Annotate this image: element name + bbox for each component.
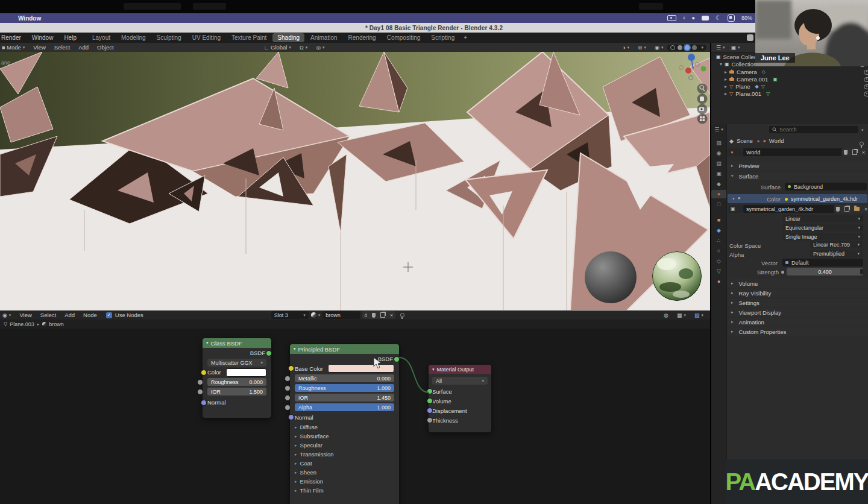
tab-constraints[interactable]: ◇ (711, 257, 726, 265)
color-space-dropdown[interactable]: Linear Rec.709▾ (810, 241, 863, 248)
source-dropdown[interactable]: Single Image▾ (782, 233, 863, 241)
ior-slider[interactable]: IOR1.450 (295, 394, 394, 402)
section-custom-properties[interactable]: ▸Custom Properties (728, 327, 868, 336)
decorator-dot[interactable] (860, 225, 863, 230)
alpha-dropdown[interactable]: Premultiplied▾ (810, 250, 863, 257)
grid-button[interactable] (697, 114, 708, 124)
strength-slider[interactable]: 0.400 (787, 268, 863, 276)
shader-snap-dropdown[interactable]: ▦▾ (673, 312, 690, 318)
topbar-status-icon[interactable] (747, 34, 753, 41)
tab-modifiers[interactable]: ◆ (711, 226, 726, 235)
editor-type-icon[interactable]: ☰▾ (711, 125, 726, 134)
tab-physics[interactable]: ○ (711, 247, 726, 255)
shader-menu-node[interactable]: Node (79, 312, 101, 318)
overlays-dropdown[interactable]: ◉▾ (650, 45, 667, 51)
hide-icon[interactable] (864, 70, 868, 75)
image-fake-user-icon[interactable] (834, 205, 842, 213)
viewport-menu-view[interactable]: View (29, 44, 49, 51)
breadcrumb-scene[interactable]: Scene (737, 137, 753, 144)
use-nodes-toggle[interactable]: ✓ Use Nodes (106, 312, 143, 318)
hide-icon[interactable] (864, 92, 868, 96)
tab-sculpting[interactable]: Sculpting (152, 33, 186, 42)
glass-ior-slider[interactable]: IOR1.500 (207, 388, 266, 395)
color-value[interactable]: symmetrical_garden_4k.hdr (785, 196, 858, 202)
section-viewport-display[interactable]: ▸Viewport Display (728, 308, 868, 317)
visibility-dropdown[interactable]: ◑▾ (618, 45, 634, 51)
image-open-icon[interactable] (852, 205, 862, 213)
projection-dropdown[interactable]: Equirectangular▾ (782, 224, 863, 232)
panel-diffuse[interactable]: ▸Diffuse (295, 423, 394, 432)
output-target-dropdown[interactable]: All▾ (432, 377, 488, 385)
glass-roughness-socket[interactable] (197, 379, 203, 385)
add-workspace-button[interactable]: + (460, 33, 471, 42)
tab-data[interactable]: ▽ (711, 267, 726, 276)
tab-scripting[interactable]: Scripting (426, 33, 459, 42)
thickness-input-socket[interactable] (427, 417, 433, 423)
metallic-slider[interactable]: Metallic0.000 (295, 374, 394, 382)
image-name-field[interactable]: symmetrical_garden_4k.hdr (743, 205, 838, 213)
tab-uv-editing[interactable]: UV Editing (187, 33, 225, 42)
tab-compositing[interactable]: Compositing (382, 33, 426, 42)
tab-shading[interactable]: Shading (272, 33, 304, 42)
tab-animation[interactable]: Animation (306, 33, 342, 42)
viewport-menu-select[interactable]: Select (50, 44, 74, 51)
menubar-window-menu[interactable]: Window (18, 15, 41, 22)
world-duplicate-icon[interactable] (850, 148, 860, 156)
gizmo-x-axis[interactable] (685, 68, 691, 74)
glass-bsdf-output-socket[interactable] (266, 350, 272, 356)
tab-particles[interactable]: ∴ (711, 236, 726, 245)
gizmo-y-axis[interactable] (701, 66, 706, 72)
image-unlink-icon[interactable]: × (862, 205, 868, 213)
moon-icon[interactable]: ☾ (715, 15, 721, 21)
menu-window[interactable]: Window (27, 34, 59, 41)
gizmos-dropdown[interactable]: ⊕▾ (634, 45, 650, 51)
hide-icon[interactable] (864, 77, 868, 82)
glass-distribution-dropdown[interactable]: Multiscatter GGX▾ (207, 359, 266, 367)
surface-value-field[interactable]: Background (785, 183, 867, 191)
viewport-canvas[interactable]: ane (0, 52, 710, 310)
panel-emission[interactable]: ▸Emission (295, 477, 394, 486)
properties-filter-dropdown[interactable]: ▾ (861, 128, 864, 133)
fake-user-shield-icon[interactable] (370, 311, 378, 319)
tab-modeling[interactable]: Modeling (116, 33, 151, 42)
tab-world[interactable]: ● (711, 190, 726, 198)
panel-thin-film[interactable]: ▸Thin Film (295, 486, 394, 495)
shader-menu-add[interactable]: Add (60, 312, 79, 318)
status-circle-icon[interactable]: ● (692, 16, 695, 21)
principled-bsdf-output-socket[interactable] (394, 356, 400, 362)
displacement-input-socket[interactable] (427, 408, 433, 414)
roughness-slider[interactable]: Roughness1.000 (295, 384, 394, 392)
outliner-row-plane-001[interactable]: ▸▽Plane.001 ▽ (711, 90, 868, 98)
viewport-menu-add[interactable]: Add (74, 44, 93, 51)
shader-overlay-icon[interactable]: ◍ (659, 312, 673, 318)
material-users-count[interactable]: 4 (362, 311, 370, 319)
zoom-button[interactable] (697, 84, 708, 94)
tab-render[interactable]: ◉ (711, 149, 726, 157)
roughness-socket[interactable] (285, 385, 291, 391)
tab-texture-paint[interactable]: Texture Paint (227, 33, 271, 42)
tab-collection[interactable]: □ (711, 200, 726, 209)
section-volume[interactable]: ▸Volume (728, 279, 868, 288)
proportional-edit-dropdown[interactable]: ◎▾ (312, 45, 329, 51)
base-color-swatch[interactable] (328, 364, 394, 373)
ior-socket[interactable] (285, 395, 291, 401)
chevron-left-icon[interactable]: ‹ (683, 15, 685, 21)
glass-color-socket[interactable] (201, 370, 207, 376)
principled-bsdf-node[interactable]: ▾Principled BSDF BSDF Base Color Metalli… (289, 344, 400, 504)
alpha-slider[interactable]: Alpha1.000 (295, 403, 394, 411)
tab-scene[interactable]: ◆ (711, 180, 726, 188)
panel-sheen[interactable]: ▸Sheen (295, 468, 394, 477)
gizmo-z-axis[interactable] (688, 54, 695, 61)
world-name-field[interactable]: World (743, 148, 846, 156)
glass-bsdf-node[interactable]: ▾Glass BSDF BSDF Multiscatter GGX▾ Color… (202, 338, 272, 418)
panel-coat[interactable]: ▸Coat (295, 459, 394, 468)
keyboard-icon[interactable] (702, 16, 709, 20)
tab-output[interactable]: ▤ (711, 159, 726, 168)
image-duplicate-icon[interactable] (842, 205, 852, 213)
material-icon-dropdown[interactable]: ▾ (311, 312, 321, 318)
shader-view-dropdown[interactable]: ▨▾ (690, 312, 708, 318)
node-canvas[interactable]: ▾Glass BSDF BSDF Multiscatter GGX▾ Color… (0, 329, 710, 504)
glass-roughness-slider[interactable]: Roughness0.000 (207, 378, 266, 386)
breadcrumb-object[interactable]: Plane.003 (10, 321, 34, 327)
breadcrumb-material[interactable]: brown (49, 321, 64, 327)
